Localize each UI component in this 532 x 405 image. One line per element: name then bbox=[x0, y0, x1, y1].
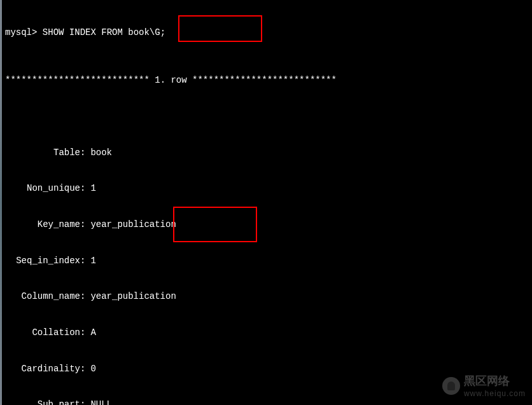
terminal-output[interactable]: mysql> SHOW INDEX FROM book\G; *********… bbox=[5, 3, 527, 405]
command-line: mysql> SHOW INDEX FROM book\G; bbox=[5, 27, 527, 39]
watermark-mushroom-icon bbox=[442, 377, 460, 395]
index-row-1: Table:book Non_unique:1 Key_name:year_pu… bbox=[5, 123, 527, 405]
field-collation: Collation:A bbox=[5, 327, 527, 339]
field-table: Table:book bbox=[5, 147, 527, 159]
field-key-name: Key_name:year_publication bbox=[5, 219, 527, 231]
field-sub-part: Sub_part:NULL bbox=[5, 399, 527, 405]
field-non-unique: Non_unique:1 bbox=[5, 182, 527, 195]
field-column-name: Column_name:year_publication bbox=[5, 291, 527, 303]
watermark-url: www.heiqu.com bbox=[464, 388, 526, 399]
watermark: 黑区网络 www.heiqu.com bbox=[442, 373, 526, 399]
sql-command: SHOW INDEX FROM book\G; bbox=[43, 27, 165, 39]
mysql-prompt: mysql> bbox=[5, 27, 37, 39]
window-edge-decoration bbox=[0, 0, 2, 405]
row-separator-1: *************************** 1. row *****… bbox=[5, 74, 527, 86]
field-seq-in-index: Seq_in_index:1 bbox=[5, 255, 527, 267]
watermark-title: 黑区网络 bbox=[464, 373, 526, 388]
